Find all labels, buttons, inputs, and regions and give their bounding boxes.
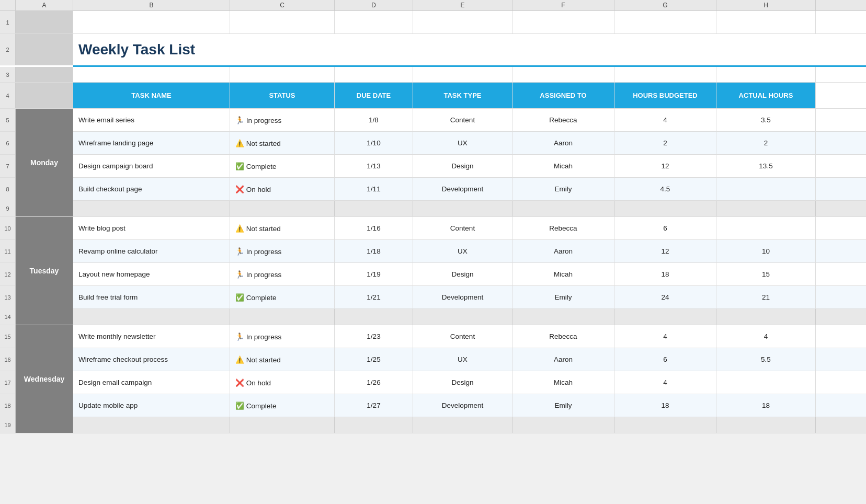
table-row: Write blog post⚠️ Not started1/16Content… [73, 217, 866, 240]
row3-d [335, 67, 413, 82]
cell-assigned-to: Rebecca [512, 217, 614, 239]
row3-e [413, 67, 512, 82]
row3-c [230, 67, 335, 82]
cell-assigned-to: Aaron [512, 348, 614, 371]
cell-task-type: UX [413, 240, 512, 262]
cell-hours-budgeted: 2 [614, 132, 716, 154]
cell-actual-hours: 21 [716, 286, 816, 308]
cell-hours-budgeted: 6 [614, 217, 716, 239]
empty-cell [230, 201, 335, 216]
row-num-1: 1 [0, 11, 16, 33]
row-num-2: 2 [0, 34, 16, 65]
table-row: Build checkout page❌ On hold1/11Developm… [73, 178, 866, 201]
col-a-header: A [16, 0, 73, 10]
empty-cell [335, 201, 413, 216]
cell-task-type: Design [413, 155, 512, 177]
row2-a [16, 34, 73, 65]
row-1: 1 [0, 11, 866, 34]
cell-task-type: UX [413, 348, 512, 371]
row-num-10: 10 [0, 217, 15, 240]
row-num-6: 6 [0, 132, 15, 155]
day-label-tuesday: Tuesday [16, 217, 73, 325]
empty-cell [716, 201, 816, 216]
row1-d [335, 11, 413, 33]
cell-hours-budgeted: 4 [614, 109, 716, 131]
row-num-15: 15 [0, 325, 15, 348]
cell-actual-hours: 10 [716, 240, 816, 262]
cell-task-name: Write monthly newsletter [73, 325, 230, 348]
row4-a [16, 83, 73, 108]
table-row: Revamp online calculator🏃 In progress1/1… [73, 240, 866, 263]
cell-task-name: Layout new homepage [73, 263, 230, 285]
cell-task-type: Development [413, 286, 512, 308]
table-row: Update mobile app✅ Complete1/27Developme… [73, 394, 866, 417]
row-num-12: 12 [0, 263, 15, 286]
cell-hours-budgeted: 24 [614, 286, 716, 308]
table-row: Wireframe checkout process⚠️ Not started… [73, 348, 866, 371]
cell-task-name: Revamp online calculator [73, 240, 230, 262]
day-label-monday: Monday [16, 109, 73, 216]
cell-due-date: 1/19 [335, 263, 413, 285]
cell-due-date: 1/16 [335, 217, 413, 239]
cell-assigned-to: Emily [512, 178, 614, 200]
corner-cell [0, 0, 16, 10]
row3-a [16, 67, 73, 82]
day-group-wednesday: 1516171819WednesdayWrite monthly newslet… [0, 325, 866, 433]
cell-task-name: Build checkout page [73, 178, 230, 200]
row-4-headers: 4 TASK NAME STATUS DUE DATE TASK TYPE AS… [0, 83, 866, 109]
cell-due-date: 1/26 [335, 371, 413, 394]
cell-task-name: Wireframe checkout process [73, 348, 230, 371]
row-num-3: 3 [0, 67, 16, 82]
cell-task-name: Write blog post [73, 217, 230, 239]
table-row: Design email campaign❌ On hold1/26Design… [73, 371, 866, 394]
row1-b [73, 11, 230, 33]
row-num-14: 14 [0, 309, 15, 325]
row1-f [512, 11, 614, 33]
header-actual-hours: ACTUAL HOURS [716, 83, 816, 108]
col-c-header: C [230, 0, 335, 10]
cell-task-name: Update mobile app [73, 394, 230, 417]
row3-b [73, 67, 230, 82]
cell-due-date: 1/13 [335, 155, 413, 177]
cell-task-type: Development [413, 394, 512, 417]
cell-status: ✅ Complete [230, 286, 335, 308]
row-num-4: 4 [0, 83, 16, 108]
cell-status: ⚠️ Not started [230, 132, 335, 154]
column-headers: A B C D E F G H [0, 0, 866, 11]
row-num-11: 11 [0, 240, 15, 263]
cell-status: 🏃 In progress [230, 240, 335, 262]
cell-hours-budgeted: 4 [614, 371, 716, 394]
empty-row [73, 201, 866, 216]
day-group-tuesday: 1011121314TuesdayWrite blog post⚠️ Not s… [0, 217, 866, 325]
empty-row [73, 417, 866, 433]
cell-hours-budgeted: 6 [614, 348, 716, 371]
cell-task-type: UX [413, 132, 512, 154]
cell-status: 🏃 In progress [230, 109, 335, 131]
row3-f [512, 67, 614, 82]
cell-assigned-to: Micah [512, 371, 614, 394]
row1-g [614, 11, 716, 33]
cell-due-date: 1/18 [335, 240, 413, 262]
row2-b: Weekly Task List [73, 34, 816, 65]
row1-e [413, 11, 512, 33]
spreadsheet-wrapper: A B C D E F G H 1 2 Weekly Task List [0, 0, 866, 433]
day-group-monday: 56789MondayWrite email series🏃 In progre… [0, 109, 866, 217]
empty-cell [73, 309, 230, 325]
empty-cell [335, 417, 413, 433]
cell-actual-hours: 13.5 [716, 155, 816, 177]
table-row: Build free trial form✅ Complete1/21Devel… [73, 286, 866, 309]
row1-h [716, 11, 816, 33]
empty-cell [512, 417, 614, 433]
header-task-name: TASK NAME [73, 83, 230, 108]
empty-cell [614, 201, 716, 216]
cell-due-date: 1/8 [335, 109, 413, 131]
table-row: Write email series🏃 In progress1/8Conten… [73, 109, 866, 132]
cell-actual-hours: 18 [716, 394, 816, 417]
data-rows: 56789MondayWrite email series🏃 In progre… [0, 109, 866, 433]
cell-task-type: Design [413, 371, 512, 394]
cell-actual-hours: 4 [716, 325, 816, 348]
cell-due-date: 1/11 [335, 178, 413, 200]
cell-task-name: Build free trial form [73, 286, 230, 308]
cell-assigned-to: Aaron [512, 132, 614, 154]
cell-assigned-to: Emily [512, 286, 614, 308]
